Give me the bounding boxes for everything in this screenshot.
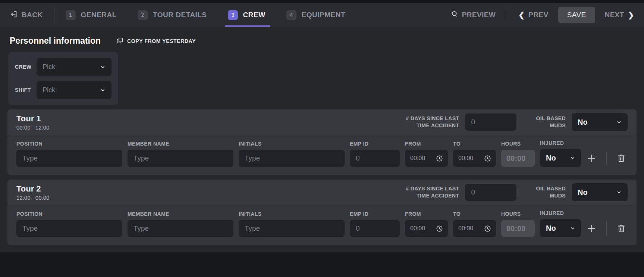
column-header-injured: INJURED [540, 140, 581, 146]
tour-time-range: 12:00 - 00:00 [16, 194, 49, 201]
initials-input[interactable] [239, 150, 345, 167]
bottom-dark-band [0, 252, 644, 277]
chevron-down-icon [100, 64, 106, 70]
shift-label: SHIFT [15, 87, 37, 93]
position-input[interactable] [16, 220, 122, 237]
from-time-input[interactable]: 00:00 [405, 220, 448, 237]
tab-general[interactable]: 1 GENERAL [66, 3, 117, 27]
chevron-down-icon [570, 156, 575, 161]
column-header-to: TO [453, 211, 496, 217]
crew-select[interactable]: Pick [37, 58, 111, 76]
step-number-badge: 3 [228, 10, 238, 20]
from-time-input[interactable]: 00:00 [405, 150, 448, 167]
tour-1-card: Tour 1 00:00 - 12:00 # DAYS SINCE LAST T… [7, 109, 637, 175]
position-input[interactable] [16, 150, 122, 167]
emp-id-input[interactable] [350, 220, 400, 237]
to-time-input[interactable]: 00:00 [453, 150, 496, 167]
column-header-position: POSITION [16, 211, 122, 217]
tour-2-card: Tour 2 12:00 - 00:00 # DAYS SINCE LAST T… [7, 180, 637, 245]
member-name-input[interactable] [128, 150, 233, 167]
crew-label: CREW [15, 64, 37, 70]
tour-title: Tour 1 [16, 114, 49, 124]
preview-button[interactable]: PREVIEW [451, 10, 496, 20]
copy-icon [116, 37, 123, 45]
column-header-hours: HOURS [501, 141, 535, 147]
member-name-input[interactable] [128, 220, 233, 237]
injured-select[interactable]: No [540, 149, 581, 167]
emp-id-input[interactable] [350, 150, 400, 167]
days-since-accident-label: # DAYS SINCE LAST TIME ACCIDENT [406, 115, 459, 129]
save-button[interactable]: SAVE [558, 7, 595, 23]
prev-button[interactable]: ❮ PREV [518, 10, 549, 19]
tour-title: Tour 2 [16, 184, 49, 194]
column-header-hours: HOURS [501, 211, 535, 217]
clock-icon [436, 155, 443, 162]
to-time-input[interactable]: 00:00 [453, 220, 496, 237]
column-header-from: FROM [405, 211, 448, 217]
chevron-right-icon: ❯ [628, 10, 634, 19]
crew-shift-panel: CREW Pick SHIFT Pick [8, 52, 118, 105]
delete-row-button[interactable] [616, 224, 626, 233]
chevron-down-icon [616, 119, 622, 125]
add-row-button[interactable] [586, 223, 597, 234]
hours-readonly-field: 00:00 [501, 150, 535, 167]
days-since-accident-input[interactable] [465, 113, 516, 131]
tab-crew[interactable]: 3 CREW [228, 3, 266, 27]
column-header-to: TO [453, 141, 496, 147]
days-since-accident-input[interactable] [465, 184, 516, 201]
chevron-down-icon [100, 87, 106, 93]
column-header-emp-id: EMP ID [350, 141, 400, 147]
search-icon [451, 10, 458, 20]
column-header-initials: INITIALS [239, 211, 345, 217]
clock-icon [484, 155, 491, 162]
crew-page: Personnel information COPY FROM YESTERDA… [0, 27, 644, 245]
oil-based-muds-label: OIL BASED MUDS [536, 115, 566, 129]
column-header-position: POSITION [16, 141, 122, 147]
column-header-from: FROM [405, 141, 448, 147]
wizard-steps: 1 GENERAL 2 TOUR DETAILS 3 CREW 4 EQUIPM… [66, 3, 346, 27]
back-icon [10, 10, 18, 20]
hours-readonly-field: 00:00 [501, 220, 535, 237]
row-icons-divider [606, 151, 607, 165]
chevron-left-icon: ❮ [518, 10, 525, 19]
back-button[interactable]: BACK [10, 10, 43, 20]
step-number-badge: 1 [66, 10, 76, 20]
chevron-down-icon [570, 226, 575, 231]
initials-input[interactable] [239, 220, 345, 237]
step-number-badge: 4 [286, 10, 296, 20]
topbar-divider [507, 8, 507, 22]
column-header-injured: INJURED [540, 210, 581, 216]
topbar-divider [54, 8, 54, 22]
copy-from-yesterday-button[interactable]: COPY FROM YESTERDAY [116, 37, 196, 45]
step-number-badge: 2 [138, 10, 148, 20]
clock-icon [436, 225, 443, 233]
days-since-accident-label: # DAYS SINCE LAST TIME ACCIDENT [406, 185, 459, 199]
tour-time-range: 00:00 - 12:00 [16, 124, 49, 131]
injured-select[interactable]: No [540, 219, 581, 237]
oil-based-muds-select[interactable]: No [572, 113, 628, 131]
tab-tour-details[interactable]: 2 TOUR DETAILS [138, 3, 207, 27]
column-header-emp-id: EMP ID [350, 211, 400, 217]
delete-row-button[interactable] [616, 153, 626, 163]
add-row-button[interactable] [586, 153, 597, 164]
top-strip [0, 0, 644, 3]
next-button[interactable]: NEXT ❯ [605, 10, 634, 19]
oil-based-muds-label: OIL BASED MUDS [536, 185, 566, 199]
tab-equipment[interactable]: 4 EQUIPMENT [286, 3, 345, 27]
back-label: BACK [22, 11, 43, 19]
column-header-initials: INITIALS [239, 141, 345, 147]
oil-based-muds-select[interactable]: No [572, 183, 628, 201]
column-header-member-name: MEMBER NAME [128, 141, 233, 147]
shift-select[interactable]: Pick [37, 81, 111, 99]
row-icons-divider [606, 221, 607, 236]
top-navigation-bar: BACK 1 GENERAL 2 TOUR DETAILS 3 CREW 4 E… [0, 3, 644, 27]
clock-icon [484, 225, 491, 233]
page-title: Personnel information [10, 36, 101, 46]
column-header-member-name: MEMBER NAME [128, 211, 233, 217]
chevron-down-icon [616, 190, 622, 195]
